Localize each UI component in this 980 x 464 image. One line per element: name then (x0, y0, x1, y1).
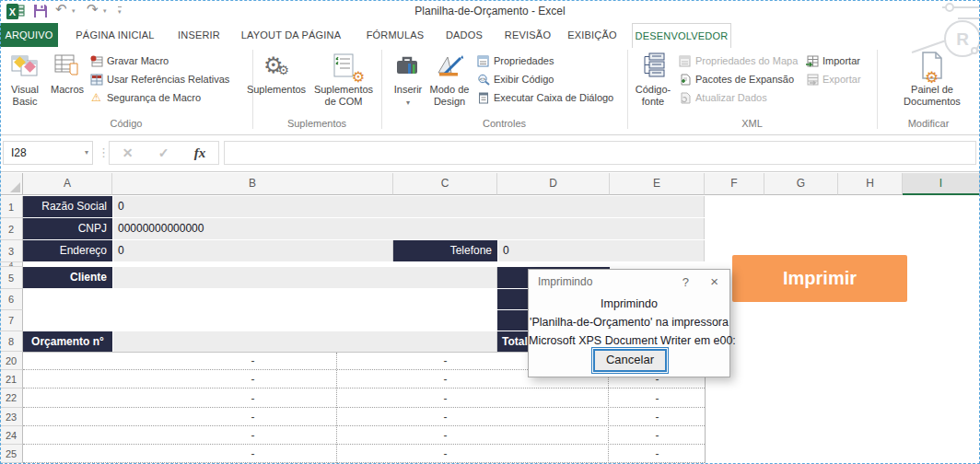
import-icon (805, 54, 819, 67)
customize-qat-icon[interactable]: ▾ (118, 6, 122, 16)
row-header-5[interactable]: 5 (0, 267, 23, 289)
tab-revisao[interactable]: REVISÃO (499, 23, 556, 47)
tab-arquivo[interactable]: ARQUIVO (0, 23, 58, 47)
cell-b24[interactable]: - (112, 427, 393, 445)
cancelar-button[interactable]: Cancelar (593, 349, 667, 372)
cell-e24[interactable]: - (610, 427, 705, 445)
cell-d3-telefone-value[interactable]: 0 (498, 240, 705, 261)
cell-b8-orcamento-value[interactable] (113, 331, 497, 352)
background-circuit-watermark: R (907, 0, 980, 57)
row-header-7[interactable]: 7 (0, 310, 23, 331)
group-label-controles: Controles (381, 118, 627, 129)
cell-a1-razao-social-label[interactable]: Razão Social (23, 196, 112, 217)
importar-button[interactable]: Importar (805, 52, 860, 69)
cell-b2-cnpj-value[interactable]: 00000000000000 (113, 218, 705, 239)
view-code-icon: <> (476, 73, 490, 86)
pacotes-de-expansao-button[interactable]: Pacotes de Expansão (678, 71, 794, 87)
cell-b1-razao-social-value[interactable]: 0 (113, 196, 705, 217)
row-header-3[interactable]: 3 (0, 240, 23, 262)
name-box[interactable]: I28 ▾ (3, 141, 93, 165)
cell-b23[interactable]: - (112, 409, 393, 426)
cell-c24[interactable]: - (393, 427, 497, 445)
tab-desenvolvedor[interactable]: DESENVOLVEDOR (632, 23, 731, 48)
column-header-a[interactable]: A (23, 173, 112, 195)
undo-dropdown-icon[interactable]: ▾ (72, 7, 76, 15)
select-all-corner[interactable] (0, 173, 23, 195)
exportar-button[interactable]: Exportar (805, 71, 861, 87)
cell-e23[interactable]: - (610, 409, 705, 426)
cell-a2-cnpj-label[interactable]: CNPJ (23, 218, 112, 239)
exibir-codigo-button[interactable]: <> Exibir Código (476, 71, 554, 87)
column-header-d[interactable]: D (497, 173, 610, 195)
column-header-c[interactable]: C (393, 173, 497, 195)
cell-e22[interactable]: - (610, 389, 705, 408)
cell-c25[interactable]: - (393, 446, 497, 463)
row-header-1[interactable]: 1 (0, 196, 23, 218)
cell-c23[interactable]: - (393, 409, 497, 426)
column-header-b[interactable]: B (112, 173, 393, 195)
confirm-entry-icon[interactable]: ✓ (158, 145, 169, 160)
row-header-23[interactable]: 23 (0, 408, 23, 426)
dialog-help-button[interactable]: ? (682, 275, 689, 289)
save-icon[interactable] (33, 4, 48, 18)
row-header-22[interactable]: 22 (0, 389, 23, 408)
row-header-21[interactable]: 21 (0, 370, 23, 389)
row-header-8[interactable]: 8 (0, 331, 23, 352)
dialog-title: Imprimindo (538, 275, 592, 288)
group-label-modificar: Modificar (877, 118, 980, 129)
column-header-e[interactable]: E (610, 173, 705, 195)
formula-controls: ✕ ✓ fx (109, 141, 219, 165)
row-header-20[interactable]: 20 (0, 352, 23, 370)
column-header-g[interactable]: G (764, 173, 838, 195)
gravar-macro-button[interactable]: Gravar Macro (89, 52, 169, 69)
undo-button[interactable]: ↶ (55, 1, 67, 17)
name-box-dropdown-icon[interactable]: ▾ (85, 142, 88, 164)
cell-b25[interactable]: - (112, 446, 393, 463)
cell-c3-telefone-label[interactable]: Telefone (393, 240, 497, 261)
tab-pagina-inicial[interactable]: PÁGINA INICIAL (64, 23, 166, 47)
seguranca-de-macro-button[interactable]: ⚠ Segurança de Macro (89, 89, 201, 106)
imprimir-button[interactable]: Imprimir (732, 255, 907, 302)
tab-layout-da-pagina[interactable]: LAYOUT DA PÁGINA (234, 23, 348, 47)
tab-dados[interactable]: DADOS (438, 23, 490, 47)
cell-a3-endereco-label[interactable]: Endereço (23, 240, 112, 261)
usar-referencias-relativas-button[interactable]: Usar Referências Relativas (89, 71, 229, 87)
formula-input[interactable] (224, 141, 976, 165)
dialog-close-icon[interactable]: × (710, 273, 718, 289)
gridline (23, 388, 705, 389)
cell-c20[interactable]: - (393, 353, 497, 370)
toolbox-icon (389, 49, 427, 82)
row-header-25[interactable]: 25 (0, 445, 23, 463)
column-header-f[interactable]: F (705, 173, 764, 195)
redo-dropdown-icon[interactable]: ▾ (103, 7, 107, 15)
tab-inserir[interactable]: INSERIR (171, 23, 227, 47)
cell-c21[interactable]: - (393, 371, 497, 389)
cell-a5-cliente-label[interactable]: Cliente (23, 267, 112, 288)
cell-b3-endereco-value[interactable]: 0 (113, 240, 393, 261)
propriedades-button[interactable]: Propriedades (476, 52, 554, 69)
cell-a8-orcamento-label[interactable]: Orçamento n° (23, 331, 112, 352)
row-header-6[interactable]: 6 (0, 289, 23, 310)
atualizar-dados-button[interactable]: Atualizar Dados (678, 89, 767, 106)
cell-b21[interactable]: - (112, 371, 393, 389)
column-header-i-active[interactable]: I (903, 173, 980, 195)
cell-b5-cliente-value[interactable] (113, 267, 497, 288)
design-mode-icon (427, 49, 472, 82)
insert-function-icon[interactable]: fx (194, 145, 206, 161)
row-header-2[interactable]: 2 (0, 218, 23, 240)
propriedades-do-mapa-button[interactable]: Propriedades do Mapa (678, 52, 798, 69)
cell-b20[interactable]: - (112, 353, 393, 370)
cell-c22[interactable]: - (393, 389, 497, 408)
cell-e25[interactable]: - (610, 446, 705, 463)
tab-formulas[interactable]: FÓRMULAS (361, 23, 429, 47)
warning-icon: ⚠ (89, 91, 103, 104)
tab-exibicao[interactable]: EXIBIÇÃO (562, 23, 623, 47)
executar-caixa-de-dialogo-button[interactable]: Executar Caixa de Diálogo (476, 89, 613, 106)
redo-button[interactable]: ↷ (87, 1, 99, 17)
column-header-h[interactable]: H (838, 173, 903, 195)
row-header-24[interactable]: 24 (0, 426, 23, 445)
source-icon (632, 49, 674, 82)
cancel-entry-icon[interactable]: ✕ (122, 145, 134, 160)
suplementos-gears-icon: ⚙⚙ (245, 49, 308, 82)
cell-b22[interactable]: - (112, 389, 393, 408)
